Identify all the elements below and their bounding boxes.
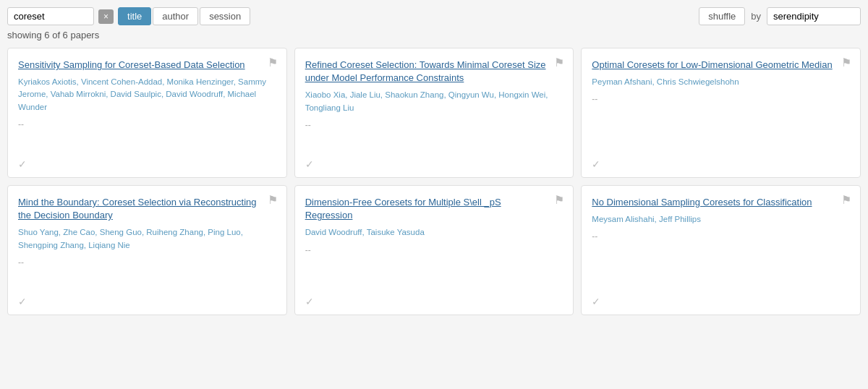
shuffle-button[interactable]: shuffle: [699, 7, 745, 25]
paper-title[interactable]: Optimal Coresets for Low-Dimensional Geo…: [592, 59, 850, 72]
bookmark-icon[interactable]: ⚑: [554, 56, 564, 69]
paper-dash: --: [592, 231, 850, 241]
paper-dash: --: [305, 245, 563, 255]
paper-authors: Xiaobo Xia, Jiale Liu, Shaokun Zhang, Qi…: [305, 89, 563, 114]
checkmark-icon: ✓: [18, 288, 276, 307]
paper-card: ⚑ No Dimensional Sampling Coresets for C…: [581, 185, 861, 315]
bookmark-icon[interactable]: ⚑: [841, 193, 851, 207]
sort-input[interactable]: [767, 7, 861, 25]
paper-card: ⚑ Mind the Boundary: Coreset Selection v…: [7, 185, 287, 315]
by-label: by: [751, 11, 761, 22]
papers-grid: ⚑ Sensitivity Sampling for Coreset-Based…: [7, 48, 861, 315]
checkmark-icon: ✓: [305, 288, 563, 307]
paper-authors: Kyriakos Axiotis, Vincent Cohen-Addad, M…: [18, 76, 276, 114]
paper-title[interactable]: No Dimensional Sampling Coresets for Cla…: [592, 196, 850, 209]
paper-authors: David Woodruff, Taisuke Yasuda: [305, 226, 563, 239]
checkmark-icon: ✓: [592, 151, 850, 170]
paper-dash: --: [592, 94, 850, 104]
checkmark-icon: ✓: [18, 151, 276, 170]
top-bar: × titleauthorsession shuffle by: [7, 7, 861, 25]
checkmark-icon: ✓: [592, 288, 850, 307]
bookmark-icon[interactable]: ⚑: [554, 193, 564, 207]
paper-dash: --: [18, 119, 276, 129]
right-controls: shuffle by: [699, 7, 861, 25]
filter-buttons: titleauthorsession: [118, 7, 250, 25]
paper-title[interactable]: Mind the Boundary: Coreset Selection via…: [18, 196, 276, 222]
filter-btn-author[interactable]: author: [153, 7, 198, 25]
paper-title[interactable]: Refined Coreset Selection: Towards Minim…: [305, 59, 563, 85]
checkmark-icon: ✓: [305, 151, 563, 170]
paper-card: ⚑ Dimension-Free Coresets for Multiple S…: [294, 185, 574, 315]
paper-card: ⚑ Sensitivity Sampling for Coreset-Based…: [7, 48, 287, 178]
paper-title[interactable]: Dimension-Free Coresets for Multiple S\e…: [305, 196, 563, 222]
search-input[interactable]: [7, 7, 94, 25]
papers-count: showing 6 of 6 papers: [7, 30, 861, 40]
bookmark-icon[interactable]: ⚑: [268, 56, 278, 69]
search-area: × titleauthorsession: [7, 7, 250, 25]
clear-button[interactable]: ×: [98, 9, 114, 24]
filter-btn-title[interactable]: title: [118, 7, 151, 25]
bookmark-icon[interactable]: ⚑: [841, 56, 851, 69]
paper-card: ⚑ Optimal Coresets for Low-Dimensional G…: [581, 48, 861, 178]
paper-authors: Peyman Afshani, Chris Schwiegelshohn: [592, 76, 850, 88]
filter-btn-session[interactable]: session: [200, 7, 250, 25]
paper-card: ⚑ Refined Coreset Selection: Towards Min…: [294, 48, 574, 178]
bookmark-icon[interactable]: ⚑: [268, 193, 278, 207]
paper-dash: --: [305, 120, 563, 130]
paper-dash: --: [18, 257, 276, 268]
paper-title[interactable]: Sensitivity Sampling for Coreset-Based D…: [18, 59, 276, 72]
paper-authors: Meysam Alishahi, Jeff Phillips: [592, 213, 850, 226]
paper-authors: Shuo Yang, Zhe Cao, Sheng Guo, Ruiheng Z…: [18, 226, 276, 252]
